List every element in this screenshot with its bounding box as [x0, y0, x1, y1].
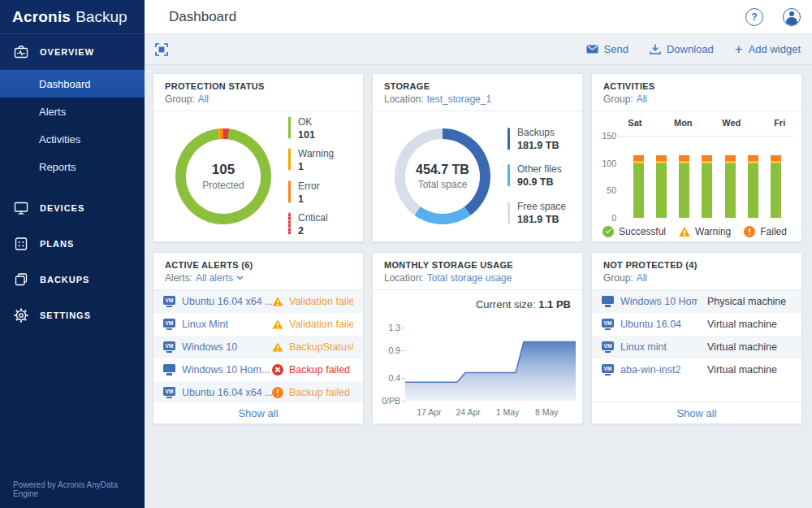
day-label: Mon: [671, 118, 695, 128]
active-alerts-title: ACTIVE ALERTS (6): [165, 260, 352, 270]
legend-item-ok: OK 101: [288, 116, 334, 141]
fullscreen-expand-icon[interactable]: [155, 43, 168, 56]
product-name: Backup: [76, 8, 127, 26]
help-glyph: ?: [751, 11, 757, 23]
devices-icon: [13, 200, 29, 216]
not-protected-show-all-link[interactable]: Show all: [592, 402, 801, 423]
activities-title: ACTIVITIES: [603, 81, 790, 91]
location-filter-value[interactable]: Total storage usage: [427, 272, 512, 284]
machine-type: Physical machine: [707, 296, 786, 307]
send-button[interactable]: Send: [586, 43, 628, 55]
bar-segment-successful: [748, 163, 758, 218]
sidebar-sections: DEVICES PLANS BACKUPS: [0, 190, 145, 333]
bar-segment-successful: [656, 163, 667, 218]
legend-failed: Failed: [744, 226, 787, 237]
legend-item-backups: Backups 181.9 TB: [508, 127, 566, 152]
y-axis-tick: 0: [595, 213, 616, 223]
machine-link[interactable]: Windows 10: [182, 341, 237, 353]
sidebar-item-backups[interactable]: BACKUPS: [0, 262, 145, 297]
alert-row: VM Linux Mint Validation failed: [153, 313, 363, 336]
activity-bar: [656, 155, 667, 218]
alerts-filter-dropdown[interactable]: All alerts: [196, 272, 233, 284]
bar-segment-failed: [679, 155, 689, 161]
group-filter-value[interactable]: All: [198, 93, 209, 105]
settings-gear-icon: [13, 307, 29, 323]
y-axis-tick: 0.9: [376, 345, 400, 355]
alert-row: VM Windows 10 BackupStatusUnkno...: [153, 336, 363, 358]
storage-donut-chart: 454.7 TB Total space: [395, 128, 490, 224]
sidebar-item-reports[interactable]: Reports: [0, 153, 145, 180]
free-space-value: 181.9 TB: [517, 213, 566, 226]
send-envelope-icon: [586, 45, 598, 54]
y-tick-mark: [402, 350, 405, 351]
bar-segment-successful: [679, 163, 689, 218]
chevron-down-icon[interactable]: [236, 276, 244, 280]
warning-label: Warning: [298, 148, 334, 160]
help-icon[interactable]: ?: [745, 8, 763, 26]
activity-bar: [679, 155, 689, 218]
machine-link[interactable]: Linux mint: [620, 341, 667, 353]
bar-segment-failed: [656, 155, 667, 161]
powered-by-text: Powered by Acronis AnyData Engine: [13, 480, 145, 498]
machine-link[interactable]: Ubuntu 16.04: [620, 319, 681, 330]
legend-item-other-files: Other files 90.9 TB: [508, 163, 566, 189]
bar-segment-successful: [725, 163, 736, 218]
account-avatar-icon[interactable]: [783, 8, 801, 26]
protected-label: Protected: [202, 180, 244, 191]
top-bar: Dashboard ?: [145, 0, 812, 34]
backups-color-bar: [508, 128, 510, 150]
group-filter-label: Group:: [603, 93, 633, 105]
day-label: [647, 118, 672, 128]
activity-bar: [748, 155, 758, 218]
machine-link[interactable]: Ubuntu 16.04 x64 ...: [182, 387, 272, 398]
storage-legend: Backups 181.9 TB Other files 90.9 TB Fre…: [508, 121, 566, 232]
error-cross-icon: [272, 364, 283, 376]
app-logo: Acronis Backup: [0, 0, 145, 34]
sidebar-item-alerts[interactable]: Alerts: [0, 98, 145, 125]
warning-triangle-icon: [679, 227, 690, 237]
widgets-grid: PROTECTION STATUS Group: All 105 Protect…: [145, 65, 812, 508]
overview-subitems: Dashboard Alerts Activities Reports: [0, 70, 145, 180]
legend-successful: Successful: [603, 226, 666, 237]
sidebar: Acronis Backup OVERVIEW Dashboard Alerts…: [0, 0, 145, 508]
widget-monthly-storage-usage: MONTHLY STORAGE USAGE Location: Total st…: [372, 252, 583, 424]
group-filter-value[interactable]: All: [637, 93, 647, 105]
failed-exclamation-icon: [744, 226, 755, 237]
sidebar-item-dashboard[interactable]: Dashboard: [0, 70, 145, 98]
alerts-show-all-link[interactable]: Show all: [153, 402, 363, 423]
widget-activities: ACTIVITIES Group: All SatMonWedFri Succe…: [591, 73, 802, 242]
vm-icon: VM: [163, 319, 175, 330]
machine-link[interactable]: Linux Mint: [182, 319, 228, 330]
main-area: Dashboard ? Send: [145, 0, 812, 508]
machine-type: Virtual machine: [707, 364, 777, 376]
vm-icon: VM: [602, 364, 614, 376]
add-widget-button[interactable]: + Add widget: [735, 42, 801, 56]
total-space-value: 454.7 TB: [416, 163, 469, 177]
sidebar-item-activities[interactable]: Activities: [0, 125, 145, 153]
bar-segment-failed: [702, 155, 712, 161]
vm-icon: VM: [163, 387, 175, 398]
group-filter-value[interactable]: All: [637, 272, 647, 284]
sidebar-item-plans[interactable]: PLANS: [0, 226, 145, 262]
sidebar-item-overview[interactable]: OVERVIEW: [0, 34, 145, 70]
critical-color-bar: [288, 212, 291, 234]
other-files-label: Other files: [517, 163, 562, 176]
sidebar-item-settings[interactable]: SETTINGS: [0, 297, 145, 333]
machine-link[interactable]: Windows 10 Hom...: [182, 364, 270, 376]
location-filter-value[interactable]: test_storage_1: [427, 93, 491, 105]
widget-storage: STORAGE Location: test_storage_1 454.7 T…: [372, 73, 583, 242]
warning-triangle-icon: [272, 342, 283, 351]
machine-type: Virtual machine: [707, 319, 777, 330]
legend-item-free-space: Free space 181.9 TB: [508, 201, 566, 226]
vm-icon: VM: [163, 341, 175, 353]
machine-link[interactable]: Ubuntu 16.04 x64 ...: [182, 296, 272, 307]
error-color-bar: [288, 180, 291, 202]
download-button[interactable]: Download: [650, 43, 714, 55]
activity-bar: [702, 155, 712, 218]
widget-active-alerts: ACTIVE ALERTS (6) Alerts: All alerts VM …: [153, 252, 364, 424]
day-label: [744, 118, 768, 128]
machine-link[interactable]: aba-win-inst2: [620, 364, 680, 376]
sidebar-item-devices[interactable]: DEVICES: [0, 190, 145, 226]
machine-link[interactable]: Windows 10 Hom...: [620, 296, 698, 307]
protection-status-legend: OK 101 Warning 1 Error 1: [288, 113, 334, 241]
